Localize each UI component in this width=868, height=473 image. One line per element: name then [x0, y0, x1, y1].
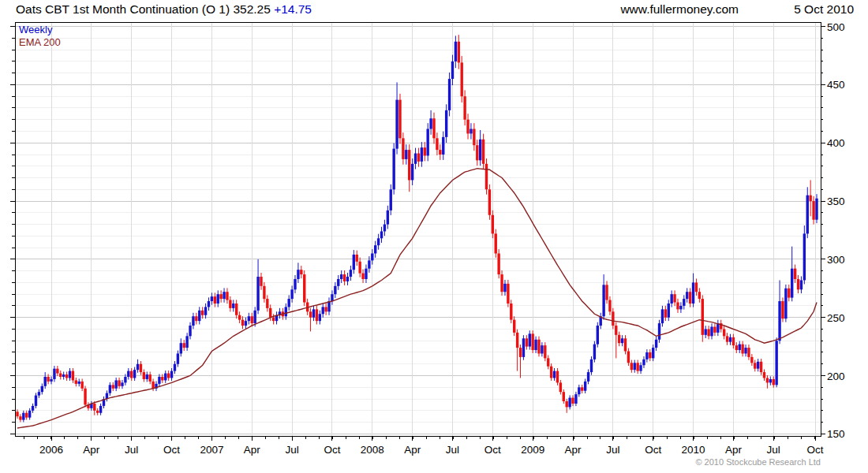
candle: [526, 335, 528, 349]
svg-text:300: 300: [827, 254, 845, 266]
candle: [69, 368, 71, 381]
candle: [44, 372, 47, 389]
candle: [645, 349, 648, 363]
candle: [170, 368, 173, 381]
candle: [260, 273, 262, 290]
candle: [424, 142, 426, 161]
candle: [402, 132, 404, 165]
candle: [812, 196, 814, 225]
candle: [32, 404, 34, 413]
candle: [716, 320, 719, 336]
candle: [559, 380, 562, 395]
candle: [217, 290, 219, 307]
svg-text:Oct: Oct: [645, 444, 661, 456]
candle: [655, 337, 657, 351]
candle: [19, 414, 21, 422]
candle: [312, 306, 315, 321]
candle: [294, 275, 296, 293]
candle: [177, 351, 179, 367]
svg-text:2009: 2009: [521, 444, 544, 456]
candle: [754, 360, 756, 372]
svg-text:450: 450: [827, 79, 845, 91]
candle: [226, 288, 228, 304]
candle: [174, 361, 176, 374]
candle: [612, 308, 614, 330]
svg-text:2008: 2008: [361, 444, 384, 456]
date-label: 5 Oct 2010: [794, 2, 854, 17]
candle: [371, 249, 373, 265]
candle: [488, 184, 491, 220]
candle: [630, 360, 633, 373]
candle: [408, 144, 410, 192]
svg-text:Jul: Jul: [285, 444, 298, 456]
candle: [28, 408, 31, 420]
candle: [664, 306, 667, 321]
candle: [350, 266, 352, 281]
candle: [757, 359, 759, 371]
candle: [568, 395, 571, 409]
candle: [451, 55, 454, 86]
candle: [704, 326, 706, 338]
candle: [729, 334, 731, 345]
candle: [649, 349, 651, 361]
candle: [56, 366, 58, 376]
candle: [337, 275, 339, 290]
candle: [38, 389, 40, 398]
candle: [683, 295, 685, 309]
candle: [815, 194, 817, 223]
candle: [784, 285, 787, 322]
candle: [80, 378, 83, 391]
candle: [358, 258, 361, 277]
candle: [571, 395, 574, 406]
svg-text:150: 150: [827, 428, 845, 440]
candle: [143, 369, 145, 382]
candle: [356, 251, 358, 266]
candle: [605, 281, 608, 304]
candle: [689, 288, 691, 307]
candle: [707, 326, 709, 339]
candle: [41, 383, 43, 394]
candle: [600, 313, 602, 330]
candle: [618, 332, 620, 347]
candle: [183, 340, 185, 351]
candle: [331, 290, 333, 304]
candle: [791, 247, 793, 302]
candle: [806, 187, 809, 238]
svg-text:Jul: Jul: [767, 444, 780, 456]
candle: [374, 241, 376, 258]
candle: [735, 342, 738, 353]
svg-text:Jul: Jul: [606, 444, 619, 456]
svg-text:Oct: Oct: [163, 444, 180, 456]
candle: [463, 90, 466, 125]
candle: [164, 371, 166, 383]
candle: [319, 311, 321, 325]
candle: [732, 334, 735, 348]
candle: [661, 306, 664, 327]
candle: [537, 337, 540, 357]
candle: [531, 330, 533, 353]
candle: [383, 220, 386, 236]
candle: [541, 342, 543, 356]
candle: [395, 82, 398, 154]
candle: [744, 345, 746, 356]
candle: [636, 360, 638, 374]
candle: [78, 378, 80, 386]
candle: [497, 249, 499, 278]
candle: [109, 382, 111, 396]
candle: [398, 94, 401, 144]
candle: [53, 366, 55, 382]
candle: [192, 313, 194, 330]
candle: [615, 322, 617, 359]
candle: [788, 285, 790, 301]
candle: [519, 345, 522, 378]
candle: [673, 290, 675, 306]
svg-text:200: 200: [827, 371, 845, 382]
price-chart: 1502002503003504004505002006AprJulOct200…: [0, 0, 868, 473]
svg-text:Oct: Oct: [485, 444, 501, 456]
candle: [473, 123, 475, 151]
candle: [760, 359, 762, 375]
candle: [634, 360, 636, 373]
svg-text:Oct: Oct: [324, 444, 340, 456]
copyright-label: © 2010 Stockcube Research Ltd: [695, 457, 821, 467]
candle: [445, 104, 447, 143]
